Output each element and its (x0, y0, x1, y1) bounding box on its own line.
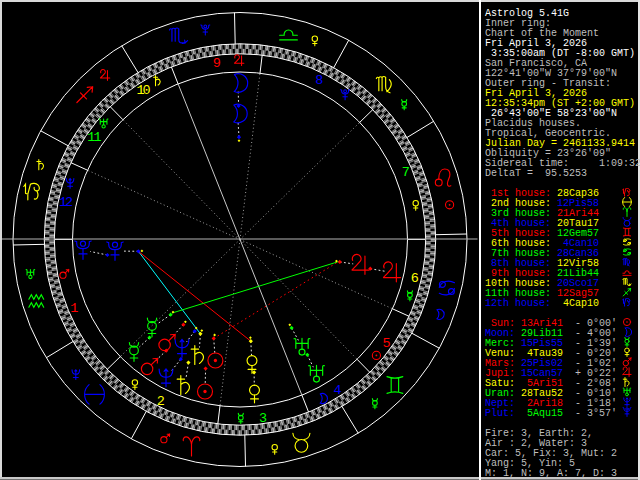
svg-text:8: 8 (315, 73, 323, 88)
svg-text:4Cap10: 4Cap10 (557, 298, 599, 309)
svg-text:2: 2 (157, 394, 165, 409)
svg-text:4: 4 (333, 383, 341, 398)
svg-text:5Aqu15: 5Aqu15 (521, 408, 563, 419)
svg-text:12th house:: 12th house: (485, 298, 551, 309)
svg-text:3: 3 (259, 411, 267, 426)
svg-text:Plut:: Plut: (485, 408, 515, 419)
svg-text:5: 5 (383, 336, 391, 351)
svg-text:DeltaT = 95.5253: DeltaT = 95.5253 (485, 168, 587, 179)
svg-text:6: 6 (411, 271, 419, 286)
svg-text:11: 11 (87, 130, 101, 145)
svg-text:M: 1, N: 9, A: 7, D: 3: M: 1, N: 9, A: 7, D: 3 (485, 468, 617, 479)
svg-text:7: 7 (402, 165, 410, 180)
svg-text:- 3°57': - 3°57' (575, 408, 617, 419)
svg-text:9: 9 (213, 56, 221, 71)
svg-text:1: 1 (70, 301, 78, 316)
svg-text:10: 10 (136, 83, 150, 98)
svg-text:12: 12 (59, 195, 73, 210)
